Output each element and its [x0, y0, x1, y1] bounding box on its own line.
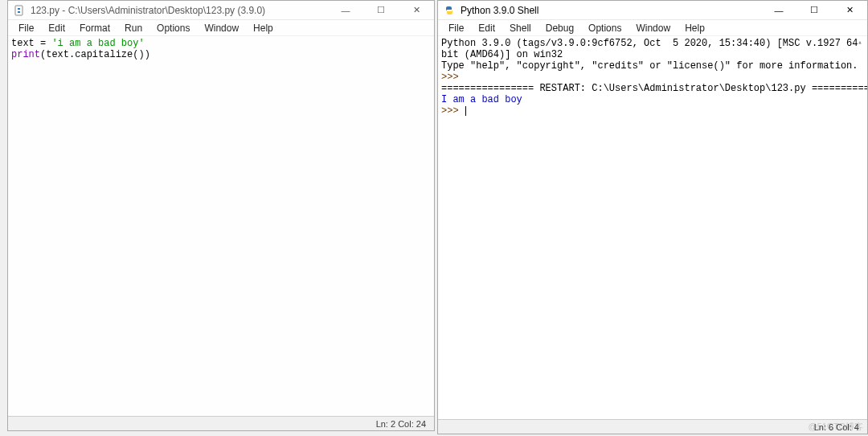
editor-window: 123.py - C:\Users\Administrator\Desktop\… — [7, 0, 435, 431]
editor-statusbar: Ln: 2 Col: 24 — [8, 416, 434, 430]
menu-window[interactable]: Window — [628, 22, 678, 35]
shell-prompt: >>> — [441, 105, 465, 117]
menu-file[interactable]: File — [441, 22, 471, 35]
text-cursor — [465, 106, 466, 116]
shell-title: Python 3.9.0 Shell — [461, 5, 761, 16]
code-text: (text.capitalize()) — [40, 49, 150, 60]
svg-rect-0 — [15, 6, 23, 15]
menu-format[interactable]: Format — [72, 22, 117, 35]
menu-debug[interactable]: Debug — [538, 22, 581, 35]
code-text: text = — [11, 38, 51, 49]
close-button[interactable]: ✕ — [832, 1, 867, 20]
scroll-up-button[interactable]: ▴ — [854, 36, 866, 49]
menu-window[interactable]: Window — [197, 22, 246, 35]
menu-run[interactable]: Run — [117, 22, 149, 35]
menu-edit[interactable]: Edit — [471, 22, 502, 35]
editor-title: 123.py - C:\Users\Administrator\Desktop\… — [31, 5, 328, 16]
maximize-button[interactable]: ☐ — [363, 1, 399, 20]
code-string: 'i am a bad boy' — [51, 38, 144, 49]
menu-shell[interactable]: Shell — [502, 22, 538, 35]
editor-cursor-pos: Ln: 2 Col: 24 — [376, 419, 426, 429]
shell-window: Python 3.9.0 Shell — ☐ ✕ File Edit Shell… — [437, 0, 868, 434]
minimize-button[interactable]: — — [761, 1, 796, 20]
minimize-button[interactable]: — — [328, 1, 363, 20]
menu-file[interactable]: File — [11, 22, 41, 35]
watermark: @51CTO博客 — [809, 421, 863, 433]
shell-statusbar: Ln: 6 Col: 4 — [438, 419, 867, 434]
editor-window-controls: — ☐ ✕ — [328, 1, 434, 20]
close-button[interactable]: ✕ — [399, 1, 434, 20]
editor-menubar: File Edit Format Run Options Window Help — [8, 20, 434, 36]
shell-titlebar[interactable]: Python 3.9.0 Shell — ☐ ✕ — [438, 1, 867, 20]
python-file-icon — [13, 4, 26, 17]
menu-options[interactable]: Options — [581, 22, 628, 35]
menu-help[interactable]: Help — [246, 22, 280, 35]
shell-menubar: File Edit Shell Debug Options Window Hel… — [438, 20, 867, 36]
shell-output: I am a bad boy — [441, 94, 522, 105]
menu-help[interactable]: Help — [678, 22, 712, 35]
shell-window-controls: — ☐ ✕ — [761, 1, 867, 20]
shell-banner: Python 3.9.0 (tags/v3.9.0:9cf6752, Oct 5… — [441, 38, 864, 60]
menu-options[interactable]: Options — [149, 22, 197, 35]
code-builtin: print — [11, 49, 40, 60]
python-icon — [443, 4, 456, 17]
shell-banner2: Type "help", "copyright", "credits" or "… — [441, 60, 858, 72]
menu-edit[interactable]: Edit — [41, 22, 72, 35]
shell-restart-line: ================ RESTART: C:\Users\Admin… — [441, 83, 867, 94]
maximize-button[interactable]: ☐ — [796, 1, 832, 20]
editor-titlebar[interactable]: 123.py - C:\Users\Administrator\Desktop\… — [8, 1, 434, 20]
shell-content[interactable]: Python 3.9.0 (tags/v3.9.0:9cf6752, Oct 5… — [438, 36, 867, 419]
shell-prompt: >>> — [441, 72, 465, 83]
editor-content[interactable]: text = 'i am a bad boy' print(text.capit… — [8, 36, 434, 416]
